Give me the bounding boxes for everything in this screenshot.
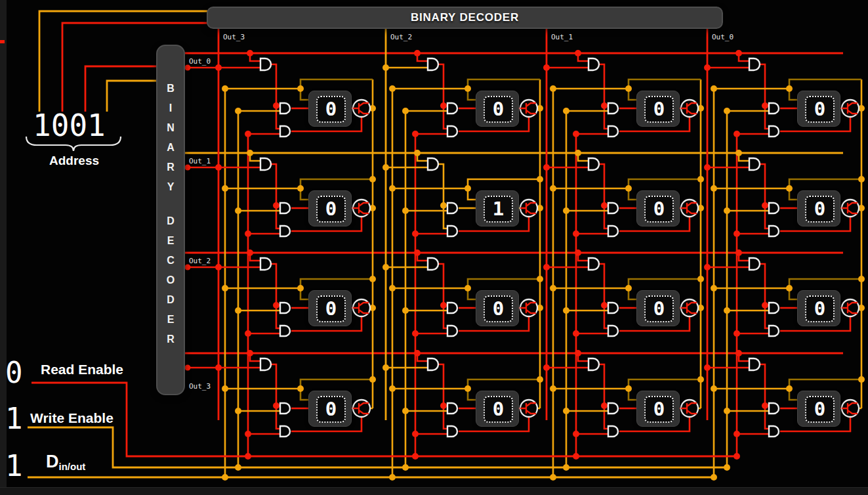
memory-cell-display: 1 [476, 190, 519, 226]
and-gate-icon [589, 258, 599, 270]
memory-cell-value: 0 [653, 100, 665, 119]
wire-junction [247, 249, 253, 256]
wire-junction [573, 431, 579, 437]
binary-decoder-left[interactable]: BINARYDECODER [156, 45, 185, 395]
wire-junction [412, 453, 419, 460]
wire-junction [735, 350, 742, 356]
wire-junction [704, 64, 711, 71]
and-gate-icon [260, 158, 271, 170]
memory-cell-display: 0 [797, 190, 840, 226]
row-label: Out_3 [189, 382, 211, 391]
binary-decoder-left-title: BINARYDECODER [157, 46, 184, 349]
wire-junction [625, 85, 632, 92]
wire-junction [543, 64, 550, 71]
and-gate-icon [608, 126, 618, 137]
and-gate-icon [749, 58, 760, 70]
wire-junction [625, 285, 632, 291]
read-enable-wire [31, 383, 737, 456]
and-gate-icon [447, 226, 457, 236]
memory-cell-value: 0 [325, 400, 337, 419]
address-input[interactable]: 1001 [33, 110, 106, 140]
wire-junction [734, 431, 740, 437]
wire-junction [402, 408, 409, 414]
memory-cell-display: 0 [797, 91, 840, 127]
wire-junction [369, 276, 376, 282]
memory-cell-value: 0 [493, 400, 504, 419]
and-gate-icon [608, 326, 618, 336]
memory-cell-display: 0 [476, 391, 519, 427]
wire-junction [297, 85, 304, 92]
wire [760, 64, 769, 129]
memory-cell-display: 0 [476, 290, 519, 326]
column-label: Out_3 [223, 33, 245, 41]
wire-junction [724, 207, 730, 214]
write-enable-label: Write Enable [30, 410, 114, 426]
wire-junction [245, 230, 251, 237]
wire-junction [247, 350, 253, 356]
wire-junction [537, 376, 543, 383]
memory-cell-value-box: 0 [484, 396, 513, 423]
wire-junction [735, 150, 742, 156]
memory-cell-value-box: 0 [316, 396, 346, 423]
and-gate-icon [769, 203, 779, 213]
data-inout-label: Din/out [46, 452, 85, 472]
memory-cell-value: 0 [493, 100, 504, 119]
wire-junction [222, 285, 228, 291]
memory-cell-display: 0 [636, 91, 680, 127]
binary-decoder-top[interactable]: BINARY DECODER [207, 7, 723, 29]
data-inout-input[interactable]: 1 [5, 452, 23, 481]
wire [600, 64, 608, 129]
and-gate-icon [280, 426, 290, 437]
address-label: Address [26, 154, 122, 168]
memory-cell-value-box: 0 [805, 295, 835, 322]
memory-cell-display: 0 [476, 91, 519, 127]
wire-junction [563, 307, 569, 314]
wire-junction [245, 131, 251, 137]
memory-cell-value-box: 0 [316, 96, 346, 123]
wire-junction [573, 131, 579, 137]
wire-junction [297, 385, 304, 392]
and-gate-icon [608, 103, 618, 114]
wire [600, 164, 608, 228]
wire-junction [704, 164, 711, 171]
decoder-letter: I [169, 98, 172, 118]
wire-junction [369, 176, 376, 183]
wire [439, 364, 447, 429]
wire-junction [786, 285, 793, 291]
and-gate-icon [260, 258, 271, 270]
decoder-letter: E [167, 231, 175, 251]
wire-junction [402, 207, 409, 214]
row-label: Out_0 [189, 57, 211, 66]
wire-junction [543, 264, 550, 270]
memory-cell-value: 0 [653, 200, 665, 219]
wire-junction [185, 365, 191, 371]
wire-junction [858, 176, 865, 183]
and-gate-icon [608, 426, 618, 437]
write-enable-input[interactable]: 1 [5, 404, 23, 433]
and-gate-icon [749, 158, 760, 170]
wire-junction [412, 330, 419, 337]
wire-junction [235, 307, 241, 314]
wire-junction [247, 50, 253, 56]
wire-junction [222, 385, 228, 392]
wire-junction [575, 350, 581, 356]
read-enable-input[interactable]: 0 [5, 358, 23, 387]
decoder-letter: E [167, 310, 175, 330]
wire-junction [625, 385, 632, 392]
wire-junction [440, 202, 447, 209]
memory-cell-value-box: 0 [805, 196, 835, 223]
decoder-letter: C [167, 251, 175, 270]
decoder-letter: A [167, 138, 175, 158]
and-gate-icon [769, 326, 779, 336]
memory-cell-display: 0 [636, 391, 680, 427]
wire-junction [389, 285, 396, 291]
wire [760, 164, 769, 228]
wire-junction [724, 307, 730, 314]
memory-cell-value-box: 0 [484, 295, 513, 322]
and-gate-icon [769, 426, 779, 437]
wire-junction [575, 50, 581, 56]
wire-junction [762, 102, 768, 109]
column-label: Out_2 [390, 33, 412, 41]
wire-junction [382, 64, 389, 71]
circuit-wires [0, 0, 868, 495]
